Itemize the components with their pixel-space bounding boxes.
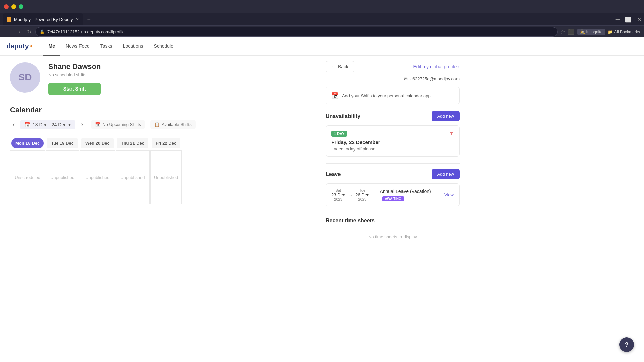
edit-profile-link[interactable]: Edit my global profile › bbox=[413, 64, 460, 69]
browser-tab-active[interactable]: Moodjoy - Powered By Deputy ✕ bbox=[3, 13, 83, 25]
bookmark-star-icon[interactable]: ☆ bbox=[560, 28, 565, 35]
calendar-day-4: Fri 22 Dec Unpublished bbox=[150, 136, 182, 204]
tab-title: Moodjoy - Powered By Deputy bbox=[14, 17, 73, 22]
calendar-grid: Mon 18 Dec Unscheduled Tue 19 Dec bbox=[10, 136, 309, 204]
nav-news-feed[interactable]: News Feed bbox=[60, 37, 95, 56]
nav-tasks[interactable]: Tasks bbox=[95, 37, 118, 56]
unavailability-add-button[interactable]: Add new bbox=[432, 111, 460, 121]
tab-close-button[interactable]: ✕ bbox=[76, 17, 79, 22]
address-bar[interactable]: 🔒 7cf47d19112152.na.deputy.com/#profile bbox=[35, 27, 558, 37]
bookmarks-button[interactable]: 📁 All Bookmarks bbox=[608, 29, 640, 34]
lock-icon: 🔒 bbox=[40, 29, 45, 34]
back-arrow-icon: ← bbox=[331, 64, 336, 69]
leave-to-block: Tue 26 Dec 2023 bbox=[355, 188, 369, 201]
calendar-controls: ‹ 📅 18 Dec - 24 Dec ▾ › 📅 No Upcoming Sh… bbox=[10, 120, 309, 129]
day-cell-4: Unpublished bbox=[150, 150, 182, 204]
unavailability-header: Unavailability Add new bbox=[326, 111, 460, 121]
divider bbox=[326, 163, 460, 164]
leave-type: Annual Leave (Vacation) bbox=[380, 189, 431, 194]
day-cell-0: Unscheduled bbox=[10, 150, 45, 204]
avatar: SD bbox=[10, 62, 40, 93]
help-button[interactable]: ? bbox=[619, 337, 634, 352]
back-nav-button[interactable]: ← bbox=[4, 27, 12, 36]
shifts-icon: 📅 bbox=[95, 122, 100, 127]
unavailability-delete-button[interactable]: 🗑 bbox=[449, 130, 454, 136]
left-panel: SD Shane Dawson No scheduled shifts Star… bbox=[0, 56, 319, 362]
leave-from-block: Sat 23 Dec 2023 bbox=[331, 188, 345, 201]
right-panel: ← Back Edit my global profile › ✉ c62272… bbox=[319, 56, 466, 362]
address-text: 7cf47d19112152.na.deputy.com/#profile bbox=[47, 29, 553, 34]
tab-favicon bbox=[7, 17, 11, 22]
calendar-icon: 📅 bbox=[25, 122, 31, 127]
browser-close-button[interactable]: ✕ bbox=[637, 16, 641, 23]
calendar-day-3: Thu 21 Dec Unpublished bbox=[116, 136, 150, 204]
browser-minimize-button[interactable]: ─ bbox=[616, 16, 620, 23]
leave-header: Leave Add new bbox=[326, 169, 460, 179]
no-timesheets-label: No time sheets to display bbox=[326, 228, 460, 246]
email-row: ✉ c622725e@moodjoy.com bbox=[326, 76, 460, 81]
profile-section: SD Shane Dawson No scheduled shifts Star… bbox=[10, 62, 309, 95]
calendar-add-icon: 📅 bbox=[331, 92, 339, 99]
back-button[interactable]: ← Back bbox=[326, 61, 354, 72]
leave-info: Annual Leave (Vacation) AWAITING bbox=[374, 184, 439, 206]
no-upcoming-shifts-badge: 📅 No Upcoming Shifts bbox=[91, 120, 145, 129]
unavailability-day-badge: 1 DAY bbox=[331, 131, 347, 137]
logo: deputy ✦ bbox=[7, 42, 33, 50]
calendar-day-2: Wed 20 Dec Unpublished bbox=[80, 136, 115, 204]
unavailability-title: Unavailability bbox=[326, 113, 360, 119]
leave-card: Sat 23 Dec 2023 → Tue 26 Dec 2023 bbox=[326, 183, 460, 206]
nav-schedule[interactable]: Schedule bbox=[149, 37, 179, 56]
day-header-2: Wed 20 Dec bbox=[81, 138, 114, 148]
top-navigation: deputy ✦ Me News Feed Tasks Locations Sc… bbox=[0, 37, 644, 56]
start-shift-button[interactable]: Start Shift bbox=[48, 83, 101, 95]
window-close-button[interactable] bbox=[4, 4, 9, 9]
next-week-button[interactable]: › bbox=[78, 120, 86, 129]
incognito-icon: 🕵 bbox=[580, 29, 585, 34]
day-cell-1: Unpublished bbox=[46, 150, 79, 204]
unavailability-date: Friday, 22 December bbox=[331, 139, 454, 145]
leave-view-button[interactable]: View bbox=[439, 188, 459, 202]
awaiting-badge: AWAITING bbox=[382, 196, 404, 201]
forward-nav-button[interactable]: → bbox=[15, 27, 23, 36]
profile-sub: No scheduled shifts bbox=[48, 72, 101, 77]
refresh-button[interactable]: ↻ bbox=[25, 27, 33, 36]
browser-restore-button[interactable]: ⬜ bbox=[625, 16, 632, 23]
leave-arrow-icon: → bbox=[348, 192, 353, 198]
prev-week-button[interactable]: ‹ bbox=[10, 120, 17, 129]
profile-info: Shane Dawson No scheduled shifts Start S… bbox=[48, 62, 101, 95]
day-cell-3: Unpublished bbox=[116, 150, 150, 204]
unavailability-note: I need today off please bbox=[331, 146, 454, 152]
window-minimize-button[interactable] bbox=[11, 4, 16, 9]
leave-title: Leave bbox=[326, 171, 341, 177]
profile-name: Shane Dawson bbox=[48, 62, 101, 71]
nav-me[interactable]: Me bbox=[43, 37, 60, 56]
day-header-0: Mon 18 Dec bbox=[11, 138, 44, 148]
logo-text: deputy bbox=[7, 42, 29, 50]
back-row: ← Back Edit my global profile › bbox=[326, 61, 460, 72]
date-navigation: ‹ 📅 18 Dec - 24 Dec ▾ › bbox=[10, 120, 86, 129]
day-cell-2: Unpublished bbox=[80, 150, 115, 204]
dropdown-icon: ▾ bbox=[68, 122, 71, 127]
day-header-1: Tue 19 Dec bbox=[47, 138, 78, 148]
logo-star: ✦ bbox=[29, 43, 33, 49]
window-maximize-button[interactable] bbox=[19, 4, 23, 9]
day-header-4: Fri 22 Dec bbox=[152, 138, 180, 148]
day-header-3: Thu 21 Dec bbox=[117, 138, 148, 148]
new-tab-button[interactable]: + bbox=[85, 13, 94, 25]
divider-2 bbox=[326, 212, 460, 212]
incognito-badge: 🕵 Incognito bbox=[577, 29, 605, 35]
calendar-day-0: Mon 18 Dec Unscheduled bbox=[10, 136, 45, 204]
leave-dates: Sat 23 Dec 2023 → Tue 26 Dec 2023 bbox=[326, 184, 374, 206]
leave-add-button[interactable]: Add new bbox=[432, 169, 460, 179]
nav-locations[interactable]: Locations bbox=[118, 37, 149, 56]
calendar-day-1: Tue 19 Dec Unpublished bbox=[46, 136, 79, 204]
calendar-app-card[interactable]: 📅 Add your Shifts to your personal calen… bbox=[326, 87, 460, 104]
calendar-title: Calendar bbox=[10, 106, 309, 114]
date-range-picker[interactable]: 📅 18 Dec - 24 Dec ▾ bbox=[20, 120, 75, 129]
email-icon: ✉ bbox=[404, 76, 408, 81]
available-icon: 📋 bbox=[154, 122, 160, 127]
extensions-icon[interactable]: ⬛ bbox=[568, 28, 575, 35]
chevron-right-icon: › bbox=[458, 64, 460, 69]
bookmarks-icon: 📁 bbox=[608, 29, 613, 34]
calendar-section: Calendar ‹ 📅 18 Dec - 24 Dec ▾ › 📅 No Up bbox=[10, 106, 309, 204]
